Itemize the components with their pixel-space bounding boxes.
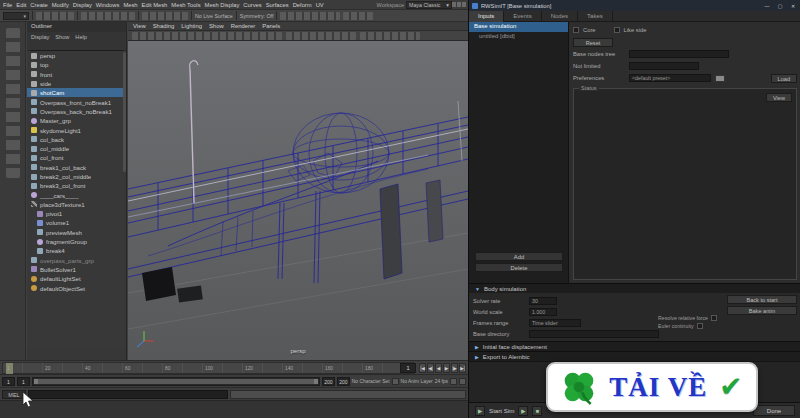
outliner-item[interactable]: break2_col_middle bbox=[27, 172, 126, 181]
close-icon[interactable]: ✕ bbox=[788, 2, 798, 10]
anim-end-field[interactable]: 200 bbox=[337, 377, 350, 386]
live-surface-status[interactable]: No Live Surface bbox=[195, 13, 233, 19]
menu-mesh[interactable]: Mesh bbox=[123, 2, 137, 8]
play-backwards-button[interactable]: ◀ bbox=[435, 363, 442, 373]
export-alembic-header[interactable]: ▶ Export to Alembic bbox=[469, 351, 800, 361]
key-icon[interactable] bbox=[392, 378, 399, 385]
viewport-display-icons[interactable] bbox=[132, 32, 282, 40]
outliner-scrollbar[interactable] bbox=[123, 52, 126, 172]
vp-menu-renderer[interactable]: Renderer bbox=[231, 23, 256, 29]
menu-edit-mesh[interactable]: Edit Mesh bbox=[142, 2, 168, 8]
outliner-item[interactable]: col_middle bbox=[27, 144, 126, 153]
go-to-end-button[interactable]: ▶| bbox=[459, 363, 466, 373]
nodes-tree-field[interactable] bbox=[629, 50, 729, 58]
base-directory-field[interactable] bbox=[529, 330, 659, 338]
body-simulation-header[interactable]: ▼ Body simulation bbox=[469, 283, 800, 293]
playback-end-field[interactable]: 200 bbox=[322, 377, 335, 386]
outliner-item[interactable]: volume1 bbox=[27, 218, 126, 227]
preset-dropdown[interactable]: <default preset> bbox=[629, 74, 711, 82]
download-watermark[interactable]: TẢI VỀ ✔ bbox=[546, 362, 758, 412]
core-checkbox[interactable] bbox=[573, 27, 579, 33]
outliner-item[interactable]: persp bbox=[27, 51, 126, 60]
layout-icons[interactable] bbox=[452, 2, 466, 7]
outliner-item[interactable]: break4 bbox=[27, 246, 126, 255]
snap-icons[interactable] bbox=[142, 12, 188, 20]
vp-menu-panels[interactable]: Panels bbox=[262, 23, 280, 29]
back-to-start-button[interactable]: Back to start bbox=[727, 295, 797, 304]
add-button[interactable]: Add bbox=[475, 252, 563, 261]
limited-field[interactable] bbox=[629, 62, 699, 70]
done-button[interactable]: Done bbox=[753, 405, 795, 416]
command-input[interactable] bbox=[28, 390, 228, 399]
frames-range-dropdown[interactable]: Time slider bbox=[529, 319, 581, 327]
outliner-item[interactable]: fragmentGroup bbox=[27, 237, 126, 246]
like-side-checkbox[interactable] bbox=[614, 27, 620, 33]
outliner-item[interactable]: side bbox=[27, 79, 126, 88]
face-displacement-header[interactable]: ▶ Initial face displacement bbox=[469, 341, 800, 351]
outliner-item[interactable]: col_back bbox=[27, 135, 126, 144]
menu-uv[interactable]: UV bbox=[316, 2, 324, 8]
outliner-menu-display[interactable]: Display bbox=[31, 34, 49, 40]
fps-selector[interactable]: 24 fps bbox=[435, 379, 448, 384]
auto-key-icon[interactable] bbox=[450, 378, 457, 385]
bake-anim-button[interactable]: Bake anim bbox=[727, 306, 797, 315]
outliner-item[interactable]: pivot1 bbox=[27, 209, 126, 218]
outliner-item[interactable]: defaultObjectSet bbox=[27, 283, 126, 292]
viewport-canvas[interactable]: persp bbox=[128, 41, 468, 360]
color-swatch[interactable] bbox=[715, 75, 725, 82]
outliner-item[interactable]: Master_grp bbox=[27, 116, 126, 125]
outliner-item[interactable]: top bbox=[27, 60, 126, 69]
character-set-selector[interactable]: No Character Set bbox=[352, 379, 390, 384]
outliner-item[interactable]: place3dTexture1 bbox=[27, 200, 126, 209]
anim-start-field[interactable]: 1 bbox=[2, 377, 15, 386]
symmetry-status[interactable]: Symmetry: Off bbox=[240, 13, 274, 19]
menu-edit[interactable]: Edit bbox=[16, 2, 26, 8]
menu-deform[interactable]: Deform bbox=[293, 2, 312, 8]
sidebar-toggle-icons[interactable] bbox=[343, 12, 373, 20]
workspace-selector[interactable]: Maya Classic ▾ bbox=[406, 1, 452, 9]
viewport-render-icons[interactable] bbox=[360, 32, 420, 40]
vp-menu-lighting[interactable]: Lighting bbox=[181, 23, 202, 29]
playback-start-field[interactable]: 1 bbox=[17, 377, 30, 386]
menu-file[interactable]: File bbox=[3, 2, 12, 8]
render-icons[interactable] bbox=[280, 12, 340, 20]
menu-mesh-display[interactable]: Mesh Display bbox=[205, 2, 240, 8]
play-button[interactable]: ▶ bbox=[443, 363, 450, 373]
time-slider-track[interactable]: 1 20 40 60 80 100 120 140 160 180 200 bbox=[2, 362, 414, 374]
viewport-camera-icons[interactable] bbox=[286, 32, 356, 40]
outliner-item[interactable]: previewMesh bbox=[27, 228, 126, 237]
step-icon[interactable]: ▶ bbox=[518, 406, 528, 416]
outliner-item[interactable]: BulletSolver1 bbox=[27, 265, 126, 274]
outliner-item-selected[interactable]: shotCam bbox=[27, 88, 126, 97]
vp-menu-view[interactable]: View bbox=[133, 23, 146, 29]
tab-inputs[interactable]: Inputs bbox=[469, 11, 504, 22]
stop-icon[interactable]: ■ bbox=[532, 406, 542, 416]
sim-titlebar[interactable]: RWSimIT [Base simulation] — ▢ ✕ bbox=[469, 0, 800, 11]
solver-rate-field[interactable]: 30 bbox=[529, 297, 557, 305]
outliner-item[interactable]: break3_col_front bbox=[27, 181, 126, 190]
vp-menu-shading[interactable]: Shading bbox=[153, 23, 175, 29]
step-forward-button[interactable]: |▶ bbox=[451, 363, 458, 373]
menu-curves[interactable]: Curves bbox=[243, 2, 261, 8]
reset-button[interactable]: Reset bbox=[573, 38, 613, 47]
menu-mesh-tools[interactable]: Mesh Tools bbox=[171, 2, 200, 8]
menu-display[interactable]: Display bbox=[73, 2, 92, 8]
outliner-item[interactable]: defaultLightSet bbox=[27, 274, 126, 283]
current-frame-field[interactable]: 1 bbox=[400, 363, 416, 373]
play-icon[interactable]: ▶ bbox=[475, 406, 485, 416]
outliner-item[interactable]: skydomeLight1 bbox=[27, 125, 126, 134]
range-slider[interactable] bbox=[32, 377, 320, 386]
outliner-item[interactable]: ____cars____ bbox=[27, 190, 126, 199]
start-sim-button[interactable]: Start Sim bbox=[489, 407, 514, 414]
outliner-item[interactable]: front bbox=[27, 70, 126, 79]
menu-create[interactable]: Create bbox=[30, 2, 47, 8]
outliner-item[interactable]: Overpass_back_noBreak1 bbox=[27, 107, 126, 116]
anim-layer-selector[interactable]: No Anim Layer bbox=[401, 379, 433, 384]
tool-box-icons[interactable] bbox=[6, 28, 20, 178]
outliner-item[interactable]: overpass_parts_grp bbox=[27, 256, 126, 265]
outliner-menu-show[interactable]: Show bbox=[55, 34, 69, 40]
outliner-item[interactable]: break1_col_back bbox=[27, 163, 126, 172]
menu-surfaces[interactable]: Surfaces bbox=[266, 2, 289, 8]
euler-continuity-checkbox[interactable] bbox=[697, 323, 703, 329]
view-button[interactable]: View bbox=[766, 93, 792, 102]
